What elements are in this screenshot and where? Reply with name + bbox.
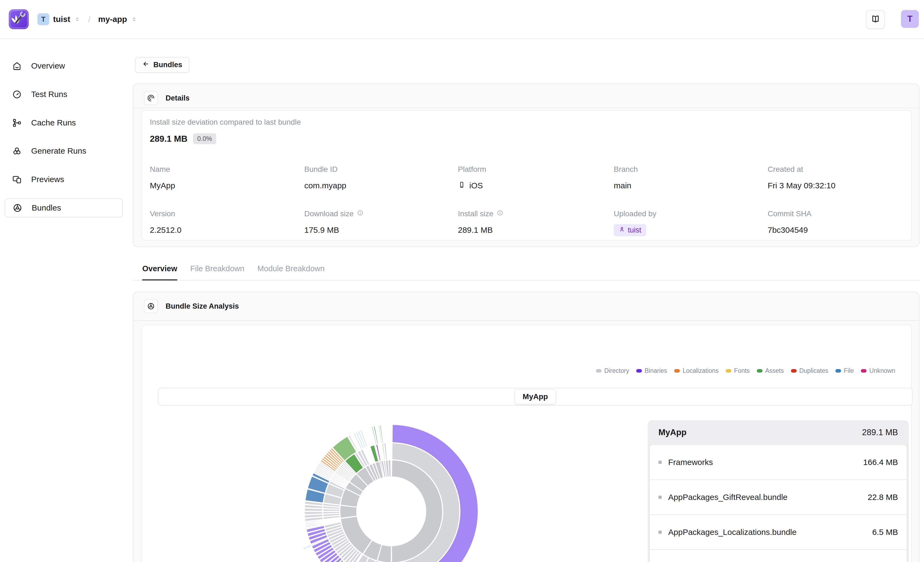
table-root-name: MyApp: [658, 428, 686, 438]
sidebar-item-label: Generate Runs: [31, 146, 86, 156]
sidebar-item-label: Test Runs: [31, 90, 67, 99]
back-button-label: Bundles: [153, 61, 182, 69]
divider: [134, 108, 919, 108]
field-branch: Branch main: [614, 165, 638, 191]
spiral-icon: [144, 91, 158, 105]
bundle-details-page: { "header": { "org_initial": "T", "org_n…: [0, 0, 924, 562]
details-card-title: Details: [165, 94, 190, 102]
chevron-updown-icon[interactable]: [74, 16, 81, 22]
gauge-icon: [12, 90, 22, 99]
table-header-row: MyApp 289.1 MB: [648, 420, 909, 444]
devices-icon: [12, 174, 22, 184]
field-uploaded-by: Uploaded by tuist: [614, 209, 656, 236]
sidebar-item-previews[interactable]: Previews: [4, 170, 123, 189]
sidebar-item-label: Bundles: [32, 203, 61, 213]
table-row[interactable]: AppPackages_Localizations.bundle 6.5 MB: [650, 514, 907, 549]
bundle-size-table: MyApp 289.1 MB Frameworks 166.4 MB AppPa…: [648, 420, 909, 562]
breadcrumb-separator: /: [88, 14, 90, 24]
person-icon: [619, 226, 625, 234]
home-icon: [12, 61, 22, 71]
file-swatch-icon: [836, 369, 841, 373]
details-inner-card: Install size deviation compared to last …: [141, 110, 912, 241]
chart-breadcrumb-pill[interactable]: MyApp: [514, 389, 556, 404]
analysis-inner-card: Directory Binaries Localizations Fonts A…: [141, 325, 912, 562]
legend-item-directory[interactable]: Directory: [596, 367, 629, 375]
field-install-size: Install size 289.1 MB: [458, 209, 504, 236]
legend-item-file[interactable]: File: [836, 367, 854, 375]
legend-item-localizations[interactable]: Localizations: [674, 367, 718, 375]
fonts-swatch-icon: [726, 369, 731, 373]
field-version: Version 2.2512.0: [150, 209, 182, 236]
tuist-logo-icon[interactable]: [8, 9, 29, 30]
book-icon: [871, 14, 880, 25]
row-bullet-icon: [658, 531, 662, 534]
breadcrumb: T tuist / my-app: [38, 0, 137, 39]
field-name: Name MyApp: [150, 165, 175, 191]
field-download-size: Download size 175.9 MB: [304, 209, 364, 236]
phone-icon: [458, 181, 465, 190]
directory-swatch-icon: [596, 369, 602, 373]
org-avatar: T: [38, 13, 50, 25]
info-icon[interactable]: [357, 210, 364, 218]
binaries-swatch-icon: [636, 369, 642, 373]
sidebar-item-test-runs[interactable]: Test Runs: [4, 85, 123, 104]
tab-file-breakdown[interactable]: File Breakdown: [190, 261, 244, 280]
project-selector[interactable]: my-app: [98, 15, 127, 24]
org-selector[interactable]: tuist: [53, 15, 70, 24]
table-row[interactable]: AppPackages_GiftReveal.bundle 22.8 MB: [650, 480, 907, 514]
info-icon[interactable]: [496, 210, 504, 218]
table-row[interactable]: AppPackages_AssetsNG.bundle 6.1 MB: [650, 549, 907, 562]
top-header: T tuist / my-app T: [0, 0, 924, 39]
assets-swatch-icon: [757, 369, 762, 373]
flow-icon: [12, 118, 22, 128]
user-avatar[interactable]: T: [901, 10, 919, 28]
localizations-swatch-icon: [674, 369, 680, 373]
docs-button[interactable]: [866, 10, 885, 29]
deviation-label: Install size deviation compared to last …: [150, 118, 301, 127]
row-bullet-icon: [658, 461, 662, 464]
duplicates-swatch-icon: [791, 369, 796, 373]
tab-overview[interactable]: Overview: [142, 261, 177, 280]
sidebar-item-label: Previews: [31, 175, 64, 184]
uploader-badge[interactable]: tuist: [614, 224, 646, 236]
legend-item-unknown[interactable]: Unknown: [861, 367, 895, 375]
wheel-icon: [144, 299, 158, 313]
unknown-swatch-icon: [861, 369, 867, 373]
sidebar-item-generate-runs[interactable]: Generate Runs: [4, 141, 123, 160]
deviation-value: 289.1 MB: [150, 134, 188, 144]
legend-item-binaries[interactable]: Binaries: [636, 367, 667, 375]
bundle-size-analysis-card: Bundle Size Analysis Directory Binaries …: [133, 292, 920, 562]
legend-item-duplicates[interactable]: Duplicates: [791, 367, 828, 375]
sidebar-item-bundles[interactable]: Bundles: [4, 198, 123, 217]
chart-breadcrumb-bar: MyApp: [158, 388, 913, 406]
analysis-card-title: Bundle Size Analysis: [165, 302, 239, 310]
back-to-bundles-button[interactable]: Bundles: [135, 57, 189, 73]
arrow-left-icon: [142, 60, 150, 70]
table-row[interactable]: Frameworks 166.4 MB: [650, 445, 907, 480]
sunburst-chart[interactable]: [269, 424, 513, 562]
chevron-updown-icon[interactable]: [131, 16, 137, 22]
legend-item-fonts[interactable]: Fonts: [726, 367, 750, 375]
field-created-at: Created at Fri 3 May 09:32:10: [768, 165, 836, 191]
field-bundle-id: Bundle ID com.myapp: [304, 165, 346, 191]
table-rows: Frameworks 166.4 MB AppPackages_GiftReve…: [649, 444, 907, 562]
bundle-tabs: Overview File Breakdown Module Breakdown: [133, 261, 920, 280]
sidebar-item-label: Cache Runs: [31, 118, 76, 127]
sidebar-item-cache-runs[interactable]: Cache Runs: [4, 113, 123, 132]
divider: [134, 320, 919, 321]
circles-icon: [12, 146, 22, 156]
sidebar-item-label: Overview: [31, 61, 65, 70]
legend-item-assets[interactable]: Assets: [757, 367, 784, 375]
details-card: Details Install size deviation compared …: [133, 84, 920, 247]
wheel-icon: [12, 203, 22, 213]
row-bullet-icon: [658, 496, 662, 499]
tab-module-breakdown[interactable]: Module Breakdown: [257, 261, 325, 280]
table-root-size: 289.1 MB: [862, 428, 898, 438]
sidebar-item-overview[interactable]: Overview: [4, 56, 123, 75]
field-platform: Platform iOS: [458, 165, 486, 191]
chart-legend: Directory Binaries Localizations Fonts A…: [596, 366, 895, 376]
field-commit-sha: Commit SHA 7bc304549: [768, 209, 812, 236]
deviation-badge: 0.0%: [193, 133, 216, 144]
